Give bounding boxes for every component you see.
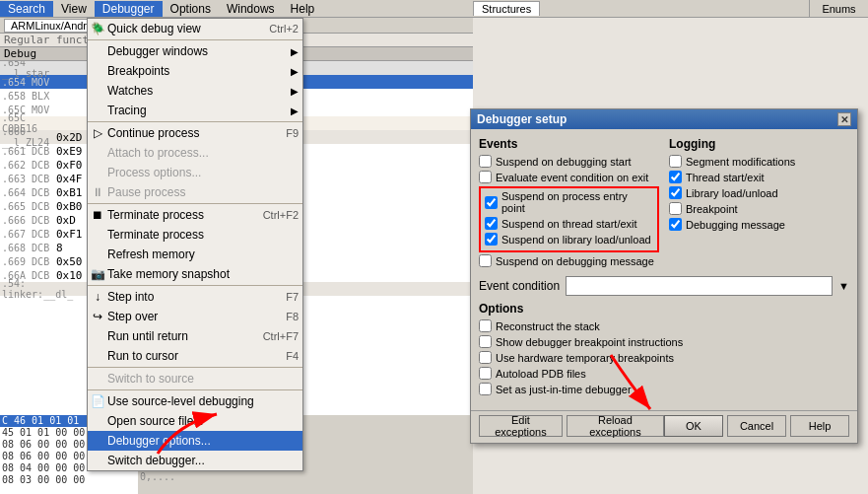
menu-item-pause: ⏸ Pause process [88, 182, 302, 202]
menu-item-terminate[interactable]: ⏹ Terminate process Ctrl+F2 [88, 205, 302, 225]
logging-label: Logging [669, 137, 849, 151]
separator [88, 389, 302, 390]
separator [88, 121, 302, 122]
checkbox-evaluate-condition[interactable] [479, 171, 492, 183]
event-suspend-debug-start: Suspend on debugging start [479, 155, 659, 168]
menu-item-debugger-options[interactable]: Debugger options... [88, 431, 302, 451]
enums-tab[interactable]: Enums [809, 0, 868, 18]
checkbox-show-breakpoints[interactable] [479, 335, 492, 348]
menu-windows[interactable]: Windows [219, 1, 283, 17]
menu-item-quick-debug[interactable]: 🪲 Quick debug view Ctrl+2 [88, 19, 302, 38]
hex-line: 08 03 00 00 00 [0, 474, 138, 486]
checkbox-segment-mods[interactable] [669, 155, 682, 168]
menu-item-open-source[interactable]: Open source file... [88, 411, 302, 431]
checkbox-process-entry[interactable] [485, 196, 498, 209]
checkbox-hardware-breakpoints[interactable] [479, 351, 492, 364]
ok-button[interactable]: OK [664, 415, 723, 437]
option-show-breakpoints: Show debugger breakpoint instructions [479, 335, 849, 348]
menu-item-tracing[interactable]: Tracing ▶ [88, 101, 302, 120]
log-breakpoint: Breakpoint [669, 202, 849, 215]
enums-label: Enums [822, 3, 855, 15]
camera-icon: 📷 [90, 266, 105, 282]
options-section: Options Reconstruct the stack Show debug… [479, 302, 849, 395]
menu-item-refresh-memory[interactable]: Refresh memory [88, 245, 302, 264]
menu-item-run-until-return[interactable]: Run until return Ctrl+F7 [88, 326, 302, 346]
dialog-two-columns: Events Suspend on debugging start Evalua… [479, 137, 849, 270]
checkbox-library-load[interactable] [485, 233, 498, 246]
dialog-title-bar: Debugger setup ✕ [471, 109, 857, 129]
event-evaluate-condition: Evaluate event condition on exit [479, 171, 659, 183]
continue-icon: ▷ [90, 125, 105, 141]
separator [88, 367, 302, 368]
step-over-icon: ↪ [90, 309, 105, 324]
menu-item-run-to-cursor[interactable]: Run to cursor F4 [88, 346, 302, 366]
debugger-setup-dialog: Debugger setup ✕ Events Suspend on debug… [470, 108, 858, 444]
dialog-title: Debugger setup [477, 112, 567, 126]
log-debug-message: Debugging message [669, 218, 849, 231]
checkbox-log-thread[interactable] [669, 171, 682, 183]
log-thread-start-exit: Thread start/exit [669, 171, 849, 183]
terminate-icon: ⏹ [90, 207, 105, 223]
separator [88, 39, 302, 40]
option-autoload-pdb: Autoload PDB files [479, 367, 849, 380]
event-condition-label: Event condition [479, 279, 560, 293]
separator [88, 203, 302, 204]
event-condition-input[interactable] [566, 276, 833, 296]
step-into-icon: ↓ [90, 289, 105, 305]
checkbox-log-breakpoint[interactable] [669, 202, 682, 215]
menu-item-breakpoints[interactable]: Breakpoints ▶ [88, 61, 302, 81]
dialog-close-icon: ✕ [840, 114, 848, 125]
cancel-button[interactable]: Cancel [727, 415, 786, 437]
pause-icon: ⏸ [90, 184, 105, 200]
debugger-dropdown: 🪲 Quick debug view Ctrl+2 Debugger windo… [87, 18, 303, 471]
checkbox-autoload-pdb[interactable] [479, 367, 492, 380]
menu-item-switch-debugger[interactable]: Switch debugger... [88, 451, 302, 470]
logging-column: Logging Segment modifications Thread sta… [669, 137, 849, 270]
menu-item-continue[interactable]: ▷ Continue process F9 [88, 123, 302, 143]
checkbox-log-library[interactable] [669, 186, 682, 199]
quick-debug-icon: 🪲 [90, 21, 105, 36]
checkbox-log-debug-message[interactable] [669, 218, 682, 231]
menu-item-attach: Attach to process... [88, 143, 302, 163]
menu-item-step-into[interactable]: ↓ Step into F7 [88, 287, 302, 307]
menu-search[interactable]: Search [0, 1, 53, 17]
option-jit-debugger: Set as just-in-time debugger [479, 383, 849, 395]
menu-item-process-options: Process options... [88, 163, 302, 182]
separator [88, 285, 302, 286]
menu-bar: Search View Debugger Options Windows Hel… [0, 0, 473, 18]
events-column: Events Suspend on debugging start Evalua… [479, 137, 659, 270]
checkbox-debug-message[interactable] [479, 254, 492, 267]
help-button[interactable]: Help [790, 415, 849, 437]
menu-item-debugger-windows[interactable]: Debugger windows ▶ [88, 41, 302, 61]
menu-view[interactable]: View [53, 1, 95, 17]
dropdown-arrow-icon: ▼ [838, 280, 849, 292]
reload-exceptions-button[interactable]: Reload exceptions [567, 415, 664, 437]
checkbox-suspend-debug-start[interactable] [479, 155, 492, 168]
event-condition-row: Event condition ▼ [479, 276, 849, 296]
menu-item-detach[interactable]: Terminate process [88, 225, 302, 245]
dialog-close-button[interactable]: ✕ [837, 112, 851, 126]
event-library-load: Suspend on library load/unload [485, 233, 653, 246]
debug-label: Debug [4, 47, 36, 60]
source-debug-icon: 📄 [90, 393, 105, 409]
menu-item-watches[interactable]: Watches ▶ [88, 81, 302, 101]
checkbox-reconstruct-stack[interactable] [479, 319, 492, 332]
events-label: Events [479, 137, 659, 151]
options-section-label: Options [479, 302, 849, 316]
menu-help[interactable]: Help [283, 1, 323, 17]
option-reconstruct-stack: Reconstruct the stack [479, 319, 849, 332]
events-red-border-group: Suspend on process entry point Suspend o… [479, 186, 659, 252]
event-process-entry: Suspend on process entry point [485, 190, 653, 214]
dialog-footer: Edit exceptions Reload exceptions OK Can… [471, 410, 857, 443]
checkbox-thread-start-exit[interactable] [485, 217, 498, 230]
structures-tab[interactable]: Structures [473, 1, 540, 16]
checkbox-jit-debugger[interactable] [479, 383, 492, 395]
footer-right-buttons: OK Cancel Help [664, 415, 849, 437]
edit-exceptions-button[interactable]: Edit exceptions [479, 415, 563, 437]
dialog-body: Events Suspend on debugging start Evalua… [471, 129, 857, 406]
menu-debugger[interactable]: Debugger [95, 1, 163, 17]
menu-options[interactable]: Options [163, 1, 219, 17]
menu-item-step-over[interactable]: ↪ Step over F8 [88, 307, 302, 326]
menu-item-source-debug[interactable]: 📄 Use source-level debugging [88, 391, 302, 411]
menu-item-memory-snapshot[interactable]: 📷 Take memory snapshot [88, 264, 302, 284]
